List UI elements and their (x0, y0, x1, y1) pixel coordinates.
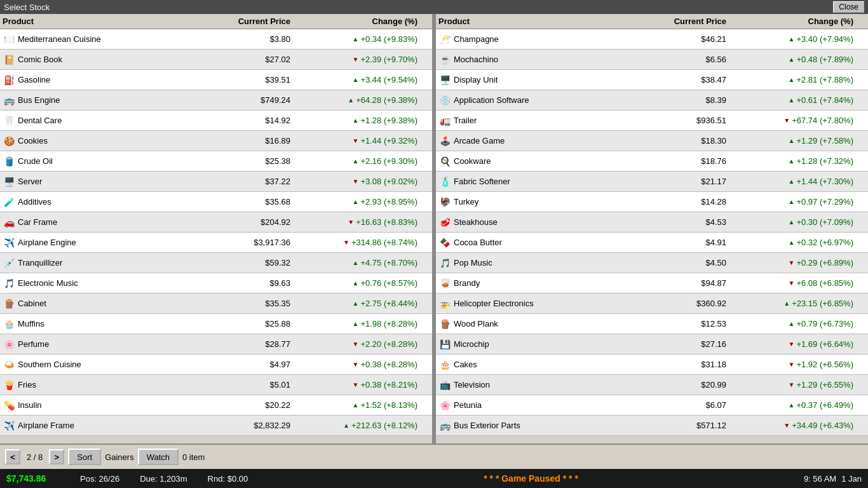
direction-arrow: ▼ (348, 219, 354, 226)
prev-page-button[interactable]: < (5, 449, 20, 464)
change-cell: ▲ +2.75 (+8.44%) (295, 299, 423, 308)
product-cell: 💊 Insulin (0, 399, 194, 412)
product-icon: 🚌 (438, 419, 451, 432)
left-stock-row[interactable]: 💊 Insulin $20.22 ▲ +1.52 (+8.13%) (0, 395, 432, 416)
product-cell: 🚛 Trailer (436, 114, 630, 127)
product-icon: 🍟 (3, 379, 15, 391)
right-stock-row[interactable]: 🚁 Helicopter Electronics $360.92 ▲ +23.1… (436, 294, 868, 314)
product-name: Cakes (454, 360, 477, 369)
left-stock-row[interactable]: 🧁 Muffins $25.88 ▲ +1.98 (+8.28%) (0, 314, 432, 334)
change-cell: ▼ +16.63 (+8.83%) (295, 217, 423, 227)
left-stock-row[interactable]: 🛢️ Crude Oil $25.38 ▲ +2.16 (+9.30%) (0, 151, 432, 172)
product-icon: 🚛 (438, 114, 451, 127)
close-button[interactable]: Close (833, 1, 864, 13)
change-value: +0.97 (+7.29%) (796, 197, 853, 207)
right-stock-row[interactable]: 🖥️ Display Unit $38.47 ▲ +2.81 (+7.88%) (436, 70, 868, 90)
left-stock-row[interactable]: 🌸 Perfume $28.77 ▼ +2.20 (+8.28%) (0, 334, 432, 355)
left-stock-row[interactable]: 📔 Comic Book $27.02 ▼ +2.39 (+9.70%) (0, 50, 432, 70)
left-stock-row[interactable]: 🍪 Cookies $16.89 ▼ +1.44 (+9.32%) (0, 131, 432, 151)
right-stock-row[interactable]: 🦃 Turkey $14.28 ▲ +0.97 (+7.29%) (436, 192, 868, 212)
direction-arrow: ▲ (352, 320, 358, 327)
right-stock-row[interactable]: 🕹️ Arcade Game $18.30 ▲ +1.29 (+7.58%) (436, 131, 868, 151)
product-cell: 🧁 Muffins (0, 318, 194, 330)
direction-arrow: ▼ (788, 381, 794, 388)
left-stock-row[interactable]: ⛽ Gasoline $39.51 ▲ +3.44 (+9.54%) (0, 70, 432, 90)
direction-arrow: ▲ (788, 76, 794, 83)
change-cell: ▼ +6.08 (+6.85%) (731, 278, 858, 288)
change-cell: ▲ +0.61 (+7.84%) (731, 95, 858, 105)
left-stock-row[interactable]: 🍟 Fries $5.01 ▼ +0.38 (+8.21%) (0, 375, 432, 395)
change-cell: ▼ +2.39 (+9.70%) (295, 55, 423, 64)
change-value: +2.93 (+8.95%) (360, 197, 417, 207)
change-value: +2.75 (+8.44%) (360, 299, 417, 308)
left-stock-row[interactable]: 🦷 Dental Care $14.92 ▲ +1.28 (+9.38%) (0, 111, 432, 131)
right-stock-row[interactable]: 🚌 Bus Exterior Parts $571.12 ▼ +34.49 (+… (436, 416, 868, 436)
right-stock-row[interactable]: 🪵 Wood Plank $12.53 ▲ +0.79 (+6.73%) (436, 314, 868, 334)
right-stock-row[interactable]: 💿 Application Software $8.39 ▲ +0.61 (+7… (436, 90, 868, 111)
direction-arrow: ▲ (352, 402, 358, 409)
price-cell: $16.89 (194, 136, 295, 146)
status-due: Due: 1,203m (130, 474, 197, 484)
sort-button[interactable]: Sort (68, 449, 101, 465)
right-stock-row[interactable]: 🌸 Petunia $6.07 ▲ +0.37 (+6.49%) (436, 395, 868, 416)
right-stock-row[interactable]: 🥃 Brandy $94.87 ▼ +6.08 (+6.85%) (436, 273, 868, 294)
product-name: Bus Exterior Parts (454, 421, 520, 430)
left-stock-row[interactable]: ✈️ Airplane Engine $3,917.36 ▼ +314.86 (… (0, 233, 432, 253)
right-stock-row[interactable]: 🚛 Trailer $936.51 ▼ +67.74 (+7.80%) (436, 111, 868, 131)
product-icon: 🖥️ (438, 74, 451, 86)
right-stock-row[interactable]: 🎵 Pop Music $4.50 ▼ +0.29 (+6.89%) (436, 253, 868, 273)
direction-arrow: ▼ (352, 381, 358, 388)
change-cell: ▼ +1.69 (+6.64%) (731, 339, 858, 349)
direction-arrow: ▲ (352, 158, 358, 165)
price-cell: $3.80 (194, 34, 295, 44)
right-stock-row[interactable]: 🥩 Steakhouse $4.53 ▲ +0.30 (+7.09%) (436, 212, 868, 233)
watch-button[interactable]: Watch (138, 449, 179, 465)
change-cell: ▲ +0.76 (+8.57%) (295, 278, 423, 288)
left-stock-row[interactable]: 🚗 Car Frame $204.92 ▼ +16.63 (+8.83%) (0, 212, 432, 233)
left-stock-row[interactable]: 🚌 Bus Engine $749.24 ▲ +64.28 (+9.38%) (0, 90, 432, 111)
change-cell: ▲ +64.28 (+9.38%) (295, 95, 423, 105)
product-icon: 💾 (438, 338, 451, 351)
left-stock-row[interactable]: ✈️ Airplane Frame $2,832.29 ▲ +212.63 (+… (0, 416, 432, 436)
product-icon: 📺 (438, 379, 451, 391)
game-time: 9: 56 AM (804, 474, 841, 484)
change-cell: ▲ +23.15 (+6.85%) (731, 299, 858, 308)
next-page-button[interactable]: > (49, 449, 64, 464)
left-stock-row[interactable]: 🍽️ Mediterranean Cuisine $3.80 ▲ +0.34 (… (0, 29, 432, 50)
left-stock-row[interactable]: 🪵 Cabinet $35.35 ▲ +2.75 (+8.44%) (0, 294, 432, 314)
right-stock-row[interactable]: 💾 Microchip $27.16 ▼ +1.69 (+6.64%) (436, 334, 868, 355)
change-cell: ▼ +0.29 (+6.89%) (731, 258, 858, 268)
right-stock-row[interactable]: 🍫 Cocoa Butter $4.91 ▲ +0.32 (+6.97%) (436, 233, 868, 253)
price-cell: $18.30 (630, 136, 731, 146)
product-name: Southern Cuisine (18, 360, 81, 369)
product-name: Cookies (18, 136, 48, 146)
product-name: Brandy (454, 278, 480, 288)
product-name: Pop Music (454, 258, 492, 268)
product-icon: 🦃 (438, 196, 451, 208)
change-value: +1.29 (+7.58%) (796, 136, 853, 146)
product-icon: 🥂 (438, 33, 451, 46)
left-stock-row[interactable]: 🧪 Additives $35.68 ▲ +2.93 (+8.95%) (0, 192, 432, 212)
change-cell: ▲ +1.44 (+7.30%) (731, 177, 858, 186)
left-col-product: Product (0, 17, 194, 26)
product-name: Electronic Music (18, 278, 78, 288)
right-stock-row[interactable]: ☕ Mochachino $6.56 ▲ +0.48 (+7.89%) (436, 50, 868, 70)
left-stock-row[interactable]: 🎵 Electronic Music $9.63 ▲ +0.76 (+8.57%… (0, 273, 432, 294)
left-stock-row[interactable]: 💉 Tranquillizer $59.32 ▲ +4.75 (+8.70%) (0, 253, 432, 273)
product-name: Steakhouse (454, 217, 498, 227)
left-stock-row[interactable]: 🍛 Southern Cuisine $4.97 ▼ +0.38 (+8.28%… (0, 355, 432, 375)
price-cell: $35.68 (194, 197, 295, 207)
right-stock-row[interactable]: 📺 Television $20.99 ▼ +1.29 (+6.55%) (436, 375, 868, 395)
product-cell: 🚌 Bus Exterior Parts (436, 419, 630, 432)
watch-count: 0 item (182, 452, 205, 462)
change-value: +1.44 (+9.32%) (360, 136, 417, 146)
right-stock-row[interactable]: 🎂 Cakes $31.18 ▼ +1.92 (+6.56%) (436, 355, 868, 375)
change-value: +64.28 (+9.38%) (356, 95, 417, 105)
left-stock-row[interactable]: 🖥️ Server $37.22 ▼ +3.08 (+9.02%) (0, 172, 432, 192)
right-stock-row[interactable]: 🧴 Fabric Softener $21.17 ▲ +1.44 (+7.30%… (436, 172, 868, 192)
status-pos: Pos: 26/26 (70, 474, 130, 484)
change-value: +3.44 (+9.54%) (360, 75, 417, 85)
right-stock-row[interactable]: 🥂 Champagne $46.21 ▲ +3.40 (+7.94%) (436, 29, 868, 50)
product-cell: 🦷 Dental Care (0, 114, 194, 127)
right-stock-row[interactable]: 🍳 Cookware $18.76 ▲ +1.28 (+7.32%) (436, 151, 868, 172)
